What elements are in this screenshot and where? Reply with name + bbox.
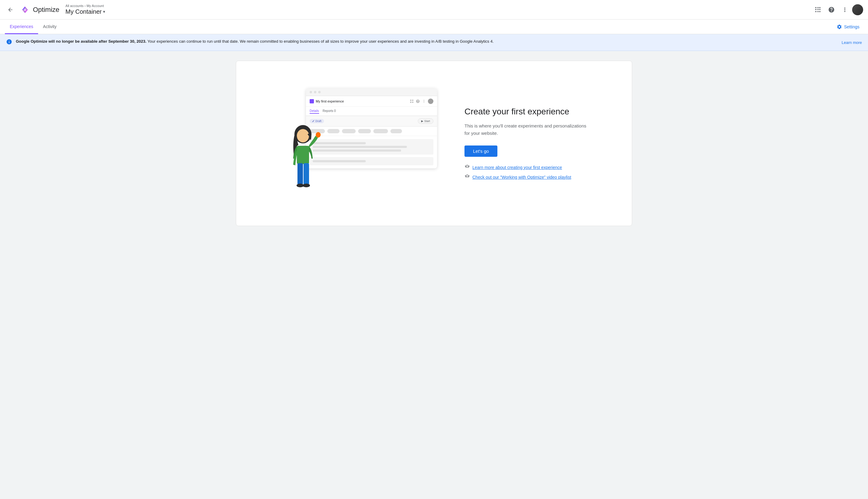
person-illustration	[285, 116, 321, 207]
learn-link-1[interactable]: Learn more about creating your first exp…	[465, 164, 587, 171]
mock-tab-reports: Reports 0	[323, 109, 336, 114]
illustration-area: My first experience Details Reports 0	[281, 79, 440, 207]
help-button[interactable]	[825, 4, 838, 16]
container-dropdown-arrow: ▾	[103, 9, 105, 14]
svg-rect-4	[297, 146, 309, 164]
links-list: Learn more about creating your first exp…	[465, 164, 587, 181]
optimize-logo	[20, 4, 30, 15]
svg-rect-6	[298, 163, 303, 184]
header: Optimize All accounts › My Account My Co…	[0, 0, 868, 20]
mock-filters-row	[306, 126, 437, 136]
logo-area: Optimize	[20, 4, 60, 15]
learn-link-2[interactable]: Check out our "Working with Optimize" vi…	[465, 174, 587, 181]
mock-logo-small	[310, 99, 314, 104]
learn-link-1-text: Learn more about creating your first exp…	[473, 165, 562, 170]
banner-text: Google Optimize will no longer be availa…	[16, 38, 833, 45]
main-content: My first experience Details Reports 0	[0, 51, 868, 498]
create-description: This is where you'll create experiments …	[465, 122, 587, 137]
learn-more-link[interactable]: Learn more	[842, 40, 862, 45]
banner-bold: Google Optimize will no longer be availa…	[16, 39, 146, 44]
mock-content-block-1	[310, 139, 433, 155]
settings-label: Settings	[844, 24, 859, 29]
app-title: Optimize	[33, 6, 60, 14]
grid-icon	[815, 7, 821, 12]
banner-rest: Your experiences can continue to run unt…	[146, 39, 493, 44]
mock-tab-details: Details	[310, 109, 319, 114]
mock-start-button: ▶ Start	[418, 118, 433, 124]
learn-icon-1	[465, 164, 470, 171]
settings-link[interactable]: Settings	[833, 22, 863, 32]
info-icon	[6, 39, 12, 46]
mock-draft-row: Draft ▶ Start	[306, 116, 437, 126]
tab-experiences[interactable]: Experiences	[5, 20, 38, 34]
create-title: Create your first experience	[465, 106, 587, 117]
info-banner: Google Optimize will no longer be availa…	[0, 34, 868, 51]
settings-icon	[836, 24, 842, 29]
svg-point-10	[316, 132, 320, 137]
mock-tabs-row: Details Reports 0	[306, 107, 437, 116]
tab-activity[interactable]: Activity	[38, 20, 61, 34]
footer: Terms of Service • Privacy Policy	[0, 498, 868, 499]
container-selector[interactable]: My Container ▾	[65, 8, 105, 15]
svg-point-3	[297, 129, 309, 143]
learn-icon-2	[465, 174, 470, 181]
mock-content-block-2	[310, 157, 433, 165]
mock-browser: My first experience Details Reports 0	[306, 88, 437, 168]
more-options-button[interactable]	[839, 4, 851, 16]
avatar[interactable]	[852, 4, 863, 15]
apps-button[interactable]	[812, 4, 824, 16]
mock-browser-top	[306, 88, 437, 96]
learn-link-2-text: Check out our "Working with Optimize" vi…	[473, 175, 571, 180]
tabs-bar: Experiences Activity Settings	[0, 20, 868, 34]
empty-state-card: My first experience Details Reports 0	[236, 61, 632, 226]
back-button[interactable]	[5, 4, 16, 15]
mock-experience-title: My first experience	[316, 99, 344, 103]
lets-go-button[interactable]: Let's go	[465, 146, 498, 157]
breadcrumb: All accounts › My Account	[65, 4, 105, 8]
svg-rect-7	[304, 163, 309, 184]
mock-content-section	[306, 136, 437, 168]
svg-point-9	[303, 184, 310, 187]
tabs-left: Experiences Activity	[5, 20, 61, 34]
svg-point-1	[24, 8, 26, 11]
header-left: Optimize All accounts › My Account My Co…	[5, 4, 812, 15]
header-right	[812, 4, 863, 16]
breadcrumb-container: All accounts › My Account My Container ▾	[65, 4, 105, 15]
mock-title-left: My first experience	[310, 99, 344, 104]
container-name: My Container	[65, 8, 102, 15]
right-content: Create your first experience This is whe…	[465, 106, 587, 180]
mock-browser-title-row: My first experience	[306, 96, 437, 107]
